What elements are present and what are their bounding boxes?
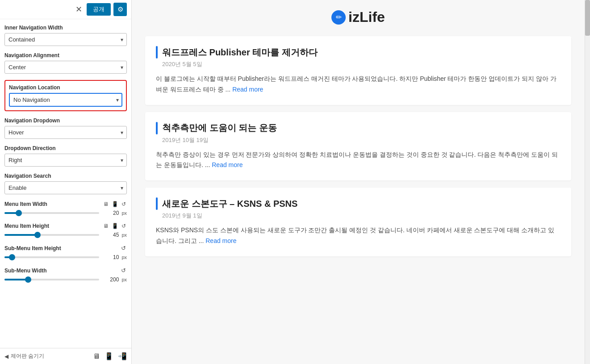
sub-menu-width-label: Sub-Menu Width [4, 268, 47, 274]
post-card-1: 워드프레스 Publisher 테마를 제거하다 2020년 5월 5일 이 블… [145, 36, 571, 105]
post-excerpt-3: KSNS와 PSNS의 스도 스본에 사용되는 새로운 도구가 조만간 출시될 … [156, 225, 561, 247]
post-title-bar-3 [156, 197, 158, 210]
nav-dropdown-group: Navigation Dropdown Hover Click [4, 117, 127, 139]
desktop-view-button[interactable]: 🖥 [93, 352, 100, 360]
desktop-icon-h[interactable]: 🖥 [102, 222, 109, 230]
nav-dropdown-select[interactable]: Hover Click [4, 126, 127, 139]
menu-item-width-label-row: Menu Item Width 🖥 📱 ↺ [4, 201, 127, 208]
menu-item-height-value: 45 [102, 232, 119, 238]
nav-alignment-select-wrapper: Center Left Right [4, 61, 127, 74]
post-date-3: 2019년 9월 1일 [162, 212, 561, 220]
post-title-wrapper-3: 새로운 스본도구 – KSNS & PSNS [156, 197, 561, 210]
reset-sub-menu-width-icon[interactable]: ↺ [120, 267, 127, 274]
tablet-icon[interactable]: 📱 [111, 201, 119, 208]
post-excerpt-1: 이 블로그에는 시작할 때부터 Publisher라는 워드프레스 매거진 테마… [156, 74, 561, 95]
site-title: ✏ izLife [145, 9, 571, 25]
sub-menu-item-height-track[interactable] [4, 256, 99, 258]
menu-item-width-group: Menu Item Width 🖥 📱 ↺ 20 px [4, 201, 127, 216]
post-title-wrapper-2: 척추측만에 도움이 되는 운동 [156, 122, 561, 134]
menu-item-width-icons: 🖥 📱 ↺ [102, 201, 127, 208]
menu-item-width-slider-row: 20 px [4, 210, 127, 216]
menu-item-width-label: Menu Item Width [4, 201, 47, 207]
publish-button[interactable]: 공개 [87, 3, 111, 16]
menu-item-width-track[interactable] [4, 212, 99, 214]
footer-icons: 🖥 📱 📲 [93, 352, 127, 360]
nav-search-select-wrapper: Enable Disable [4, 181, 127, 194]
sub-menu-item-height-label-row: Sub-Menu Item Height ↺ [4, 244, 127, 252]
sub-menu-width-track[interactable] [4, 279, 99, 280]
nav-alignment-select[interactable]: Center Left Right [4, 61, 127, 74]
nav-dropdown-label: Navigation Dropdown [4, 117, 127, 124]
main-content: ✏ izLife 워드프레스 Publisher 테마를 제거하다 2020년 … [132, 0, 585, 364]
nav-dropdown-select-wrapper: Hover Click [4, 126, 127, 139]
sub-menu-width-value: 200 [102, 276, 119, 283]
menu-item-height-group: Menu Item Height 🖥 📱 ↺ 45 px [4, 222, 127, 238]
menu-item-width-value: 20 [102, 210, 119, 216]
sub-menu-width-label-row: Sub-Menu Width ↺ [4, 267, 127, 274]
nav-location-select[interactable]: No Navigation Above Header Below Header … [9, 93, 122, 107]
post-title-2: 척추측만에 도움이 되는 운동 [162, 122, 277, 134]
nav-location-label: Navigation Location [9, 84, 122, 91]
sub-menu-width-slider-row: 200 px [4, 276, 127, 283]
post-card-2: 척추측만에 도움이 되는 운동 2019년 10월 19일 척추측만 증상이 있… [145, 112, 571, 181]
tablet-view-button[interactable]: 📱 [105, 352, 113, 360]
panel-content: Inner Navigation Width Contained Full Wi… [0, 19, 131, 348]
reset-icon-h[interactable]: ↺ [121, 222, 127, 230]
post-excerpt-2: 척추측만 증상이 있는 경우 먼저 전문가와 상의하여 정확한 치료법이나 운동… [156, 150, 561, 171]
reset-icon[interactable]: ↺ [121, 201, 127, 208]
inner-nav-width-label: Inner Navigation Width [4, 25, 127, 31]
post-title-wrapper-1: 워드프레스 Publisher 테마를 제거하다 [156, 46, 561, 59]
dropdown-direction-group: Dropdown Direction Right Left [4, 145, 127, 167]
menu-item-height-icons: 🖥 📱 ↺ [102, 222, 127, 230]
sub-menu-item-height-slider-row: 10 px [4, 254, 127, 260]
sub-menu-item-height-group: Sub-Menu Item Height ↺ 10 px [4, 244, 127, 260]
tablet-icon-h[interactable]: 📱 [111, 222, 119, 230]
menu-item-width-unit: px [121, 210, 127, 216]
menu-item-height-slider-row: 45 px [4, 232, 127, 238]
menu-item-height-unit: px [121, 232, 127, 238]
desktop-icon[interactable]: 🖥 [102, 201, 109, 208]
site-name: izLife [348, 9, 385, 25]
nav-search-label: Navigation Search [4, 173, 127, 179]
dropdown-direction-label: Dropdown Direction [4, 145, 127, 151]
read-more-1[interactable]: Read more [232, 86, 263, 93]
close-button[interactable]: ✕ [73, 4, 84, 15]
read-more-3[interactable]: Read more [205, 237, 236, 244]
nav-location-group: Navigation Location No Navigation Above … [4, 80, 127, 111]
read-more-2[interactable]: Read more [212, 161, 243, 168]
inner-nav-width-group: Inner Navigation Width Contained Full Wi… [4, 25, 127, 46]
scrollbar-thumb [585, 0, 590, 36]
menu-item-height-label: Menu Item Height [4, 223, 49, 229]
post-date-2: 2019년 10월 19일 [162, 136, 561, 144]
menu-item-height-track[interactable] [4, 234, 99, 236]
mobile-view-button[interactable]: 📲 [118, 352, 127, 360]
nav-alignment-group: Navigation Alignment Center Left Right [4, 52, 127, 74]
inner-nav-width-select-wrapper: Contained Full Width [4, 33, 127, 46]
dropdown-direction-select-wrapper: Right Left [4, 154, 127, 167]
menu-item-height-label-row: Menu Item Height 🖥 📱 ↺ [4, 222, 127, 230]
gear-button[interactable]: ⚙ [113, 3, 127, 16]
panel-footer: ◀ 제어판 숨기기 🖥 📱 📲 [0, 348, 131, 364]
nav-alignment-label: Navigation Alignment [4, 52, 127, 59]
right-scrollbar[interactable] [585, 0, 590, 364]
sub-menu-item-height-label: Sub-Menu Item Height [4, 245, 61, 251]
dropdown-direction-select[interactable]: Right Left [4, 154, 127, 167]
sub-menu-width-unit: px [121, 277, 127, 282]
hide-controls-button[interactable]: ◀ 제어판 숨기기 [4, 352, 44, 360]
site-logo: ✏ [331, 10, 346, 25]
nav-search-group: Navigation Search Enable Disable [4, 173, 127, 194]
reset-sub-menu-height-icon[interactable]: ↺ [120, 244, 127, 252]
post-title-bar-2 [156, 122, 158, 134]
logo-icon: ✏ [336, 13, 342, 21]
post-card-3: 새로운 스본도구 – KSNS & PSNS 2019년 9월 1일 KSNS와… [145, 188, 571, 256]
sub-menu-width-group: Sub-Menu Width ↺ 200 px [4, 267, 127, 283]
sub-menu-item-height-value: 10 [102, 254, 119, 260]
left-panel: ✕ 공개 ⚙ Inner Navigation Width Contained … [0, 0, 132, 364]
nav-search-select[interactable]: Enable Disable [4, 181, 127, 194]
post-title-bar-1 [156, 46, 158, 59]
sub-menu-item-height-unit: px [121, 255, 127, 260]
inner-nav-width-select[interactable]: Contained Full Width [4, 33, 127, 46]
panel-header: ✕ 공개 ⚙ [0, 0, 131, 19]
post-title-1: 워드프레스 Publisher 테마를 제거하다 [162, 46, 318, 59]
post-date-1: 2020년 5월 5일 [162, 60, 561, 68]
